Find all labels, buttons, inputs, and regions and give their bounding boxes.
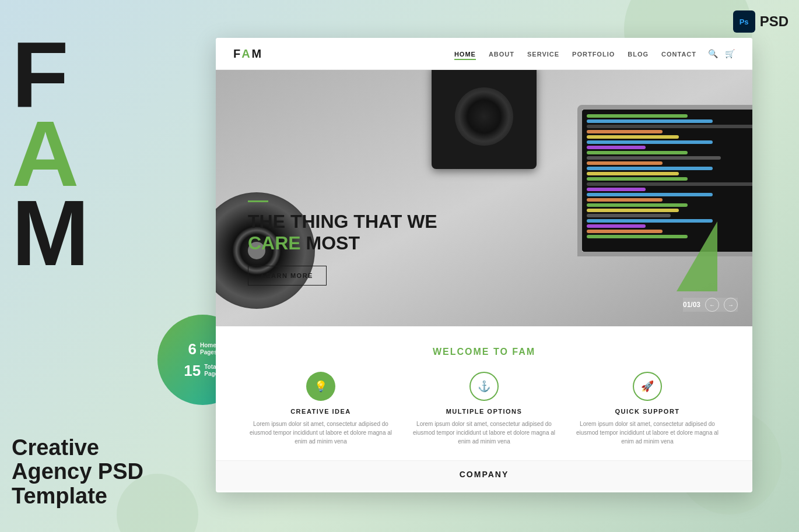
nav-link-portfolio[interactable]: PORTFOLIO	[572, 51, 615, 58]
code-line	[587, 235, 688, 238]
welcome-section: WELCOME TO FAM 💡 CREATIVE IDEA Lorem ips…	[216, 326, 752, 460]
search-icon[interactable]: 🔍	[708, 49, 718, 58]
fam-letters: F A M	[12, 35, 86, 273]
feature-multiple-options: ⚓ MULTIPLE OPTIONS Lorem ipsum dolor sit…	[408, 372, 560, 446]
nav-link-service[interactable]: SERVICE	[527, 51, 559, 58]
home-pages-label: HomePages	[200, 342, 217, 356]
home-pages-num: 6	[188, 340, 197, 358]
creative-idea-title: CREATIVE IDEA	[245, 408, 397, 415]
welcome-highlight: WELCOME	[433, 347, 490, 357]
next-slide-button[interactable]: →	[724, 298, 738, 312]
green-triangle-decoration	[677, 221, 717, 291]
code-line	[587, 224, 646, 228]
code-line	[587, 193, 713, 196]
nav-links: HOME ABOUT SERVICE PORTFOLIO BLOG CONTAC…	[454, 48, 696, 59]
code-line	[587, 130, 663, 133]
nav-icons: 🔍 🛒	[708, 49, 735, 58]
nav-logo-a: A	[241, 47, 251, 60]
slide-counter: 01/03 ← →	[683, 298, 738, 312]
code-line	[587, 146, 646, 149]
prev-slide-button[interactable]: ←	[705, 298, 719, 312]
hero-section: 01/03 ← → THE THING THAT WE CARE MOST LE…	[216, 70, 752, 326]
rocket-icon: 🚀	[641, 380, 654, 393]
code-line	[587, 188, 646, 191]
creative-idea-desc: Lorem ipsum dolor sit amet, consectetur …	[245, 420, 397, 446]
fam-letter-m: M	[12, 193, 86, 273]
lightbulb-icon: 💡	[314, 380, 327, 393]
nav-item-about[interactable]: ABOUT	[489, 48, 514, 59]
browser-window: FAM HOME ABOUT SERVICE PORTFOLIO BLOG CO…	[216, 38, 752, 492]
code-line	[587, 135, 679, 139]
code-line	[587, 230, 663, 233]
ps-icon: Ps	[733, 10, 755, 33]
code-line	[587, 167, 713, 170]
welcome-rest: TO FAM	[493, 347, 535, 357]
left-panel: F A M 6 HomePages 15 TotalPages Creative…	[0, 0, 216, 532]
bottom-heading: Creative Agency PSD Template	[12, 436, 143, 509]
code-line	[587, 119, 713, 123]
multiple-options-desc: Lorem ipsum dolor sit amet, consectetur …	[408, 420, 560, 446]
code-line	[587, 203, 688, 207]
code-line	[587, 114, 688, 118]
hero-accent-line	[248, 200, 268, 202]
laptop-screen	[582, 110, 752, 252]
code-line	[587, 161, 663, 165]
multiple-options-title: MULTIPLE OPTIONS	[408, 408, 560, 415]
nav-item-home[interactable]: HOME	[454, 48, 476, 59]
hero-title: THE THING THAT WE CARE MOST	[248, 211, 437, 254]
slide-indicator: 01/03	[683, 301, 700, 309]
hero-background: 01/03 ← → THE THING THAT WE CARE MOST LE…	[216, 70, 752, 326]
nav-item-portfolio[interactable]: PORTFOLIO	[572, 48, 615, 59]
feature-quick-support: 🚀 QUICK SUPPORT Lorem ipsum dolor sit am…	[572, 372, 723, 446]
nav-link-contact[interactable]: CONTACT	[661, 51, 696, 58]
company-section: COMPANY	[216, 460, 752, 491]
nav-link-about[interactable]: ABOUT	[489, 51, 514, 58]
nav-logo: FAM	[233, 47, 263, 61]
welcome-title: WELCOME TO FAM	[245, 347, 723, 357]
total-pages-num: 15	[184, 362, 201, 380]
navbar: FAM HOME ABOUT SERVICE PORTFOLIO BLOG CO…	[216, 38, 752, 70]
psd-label: PSD	[760, 13, 789, 30]
code-line	[587, 151, 688, 154]
laptop	[577, 105, 752, 256]
stats-row-home: 6 HomePages	[188, 340, 218, 358]
bottom-text: Creative Agency PSD Template	[12, 436, 143, 509]
company-title: COMPANY	[245, 470, 723, 479]
psd-badge: Ps PSD	[733, 10, 789, 33]
anchor-icon: ⚓	[478, 380, 490, 393]
code-line	[587, 140, 713, 144]
code-line	[587, 125, 752, 128]
cart-icon[interactable]: 🛒	[725, 49, 735, 58]
nav-item-service[interactable]: SERVICE	[527, 48, 559, 59]
quick-support-title: QUICK SUPPORT	[572, 408, 723, 415]
creative-idea-icon-circle: 💡	[306, 372, 335, 401]
nav-link-blog[interactable]: BLOG	[628, 51, 649, 58]
code-line	[587, 156, 721, 160]
code-line	[587, 198, 663, 202]
code-line	[587, 172, 679, 175]
multiple-options-icon-circle: ⚓	[469, 372, 499, 401]
turntable	[432, 70, 537, 169]
features-row: 💡 CREATIVE IDEA Lorem ipsum dolor sit am…	[245, 372, 723, 446]
nav-item-blog[interactable]: BLOG	[628, 48, 649, 59]
feature-creative-idea: 💡 CREATIVE IDEA Lorem ipsum dolor sit am…	[245, 372, 397, 446]
quick-support-icon-circle: 🚀	[633, 372, 662, 401]
code-line	[587, 177, 688, 181]
code-line	[587, 182, 752, 186]
code-line	[587, 209, 679, 212]
nav-item-contact[interactable]: CONTACT	[661, 48, 696, 59]
nav-link-home[interactable]: HOME	[454, 51, 476, 60]
hero-content: THE THING THAT WE CARE MOST LEARN MORE	[248, 200, 437, 286]
learn-more-button[interactable]: LEARN MORE	[248, 266, 327, 286]
quick-support-desc: Lorem ipsum dolor sit amet, consectetur …	[572, 420, 723, 446]
code-line	[587, 214, 671, 217]
